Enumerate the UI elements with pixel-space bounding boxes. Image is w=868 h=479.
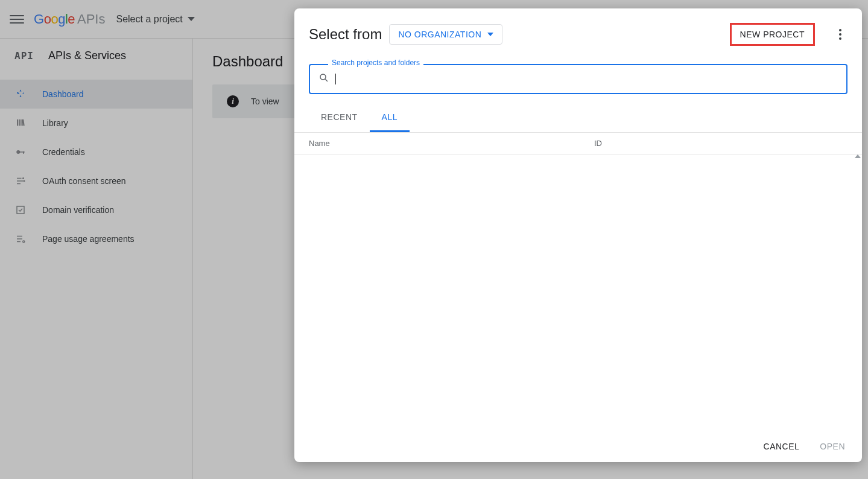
new-project-button[interactable]: NEW PROJECT bbox=[730, 23, 815, 46]
search-label: Search projects and folders bbox=[328, 59, 423, 67]
scroll-up-icon[interactable] bbox=[855, 154, 861, 158]
tab-all[interactable]: ALL bbox=[370, 104, 410, 132]
search-box[interactable] bbox=[309, 64, 847, 94]
more-menu-icon[interactable] bbox=[833, 27, 847, 42]
organization-selector[interactable]: NO ORGANIZATION bbox=[389, 24, 502, 45]
modal-header: Select from NO ORGANIZATION NEW PROJECT bbox=[294, 8, 862, 51]
search-input[interactable] bbox=[342, 74, 838, 84]
table-body[interactable] bbox=[294, 154, 862, 431]
organization-label: NO ORGANIZATION bbox=[398, 30, 481, 39]
search-icon bbox=[318, 72, 329, 86]
search-field-wrapper: Search projects and folders bbox=[309, 64, 847, 94]
column-name: Name bbox=[309, 139, 594, 148]
caret-down-icon bbox=[487, 33, 493, 36]
tabs: RECENT ALL bbox=[294, 104, 862, 133]
modal-title: Select from bbox=[309, 26, 382, 43]
tab-recent[interactable]: RECENT bbox=[309, 104, 370, 132]
table-header: Name ID bbox=[294, 133, 862, 154]
project-selector-modal: Select from NO ORGANIZATION NEW PROJECT … bbox=[294, 8, 862, 462]
svg-point-7 bbox=[320, 74, 326, 80]
text-cursor bbox=[335, 74, 336, 84]
open-button[interactable]: OPEN bbox=[820, 442, 845, 451]
column-id: ID bbox=[594, 139, 847, 148]
modal-footer: CANCEL OPEN bbox=[294, 431, 862, 462]
cancel-button[interactable]: CANCEL bbox=[764, 442, 800, 451]
